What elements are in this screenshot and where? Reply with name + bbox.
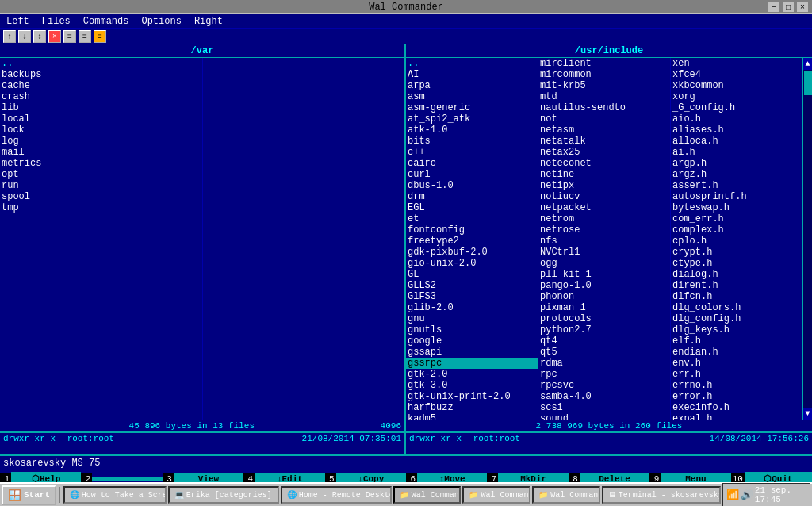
list-item[interactable]: netpacket bbox=[538, 202, 670, 213]
list-item[interactable]: xkbcommon bbox=[671, 80, 802, 91]
list-item[interactable]: sound bbox=[538, 413, 670, 420]
list-item[interactable]: argz.h bbox=[671, 169, 802, 180]
list-item[interactable]: kadm5 bbox=[406, 413, 538, 420]
list-item[interactable]: metrics bbox=[0, 158, 202, 169]
list-item[interactable]: mirclient bbox=[538, 58, 670, 69]
close-button[interactable]: × bbox=[796, 2, 809, 13]
list-item[interactable]: netax25 bbox=[538, 147, 670, 158]
list-item-selected[interactable]: gssrpc bbox=[406, 358, 538, 369]
maximize-button[interactable]: □ bbox=[782, 2, 795, 13]
list-item[interactable]: dialog.h bbox=[671, 269, 802, 280]
list-item[interactable]: et bbox=[406, 213, 538, 224]
list-item[interactable]: xorg bbox=[671, 91, 802, 102]
list-item[interactable]: GL bbox=[406, 269, 538, 280]
list-item[interactable]: glib-2.0 bbox=[406, 302, 538, 313]
list-item[interactable]: xfce4 bbox=[671, 69, 802, 80]
list-item[interactable]: gssapi bbox=[406, 347, 538, 358]
list-item[interactable]: env.h bbox=[671, 358, 802, 369]
list-item[interactable]: bits bbox=[406, 136, 538, 147]
list-item[interactable]: NVCtrl1 bbox=[538, 247, 670, 258]
list-item[interactable]: run bbox=[0, 180, 202, 191]
list-item[interactable]: ctype.h bbox=[671, 258, 802, 269]
list-item[interactable]: tmp bbox=[0, 202, 202, 213]
list-item[interactable]: lib bbox=[0, 102, 202, 113]
list-item[interactable]: fontconfig bbox=[406, 224, 538, 236]
list-item[interactable]: dbus-1.0 bbox=[406, 180, 538, 191]
list-item[interactable]: elf.h bbox=[671, 335, 802, 347]
list-item[interactable]: protocols bbox=[538, 313, 670, 324]
list-item[interactable]: err.h bbox=[671, 369, 802, 380]
menu-right[interactable]: Right bbox=[191, 15, 226, 28]
toolbar-menu1[interactable]: ≡ bbox=[63, 30, 76, 43]
list-item[interactable]: errno.h bbox=[671, 380, 802, 391]
list-item[interactable]: harfbuzz bbox=[406, 402, 538, 413]
toolbar-down[interactable]: ↓ bbox=[18, 30, 31, 43]
list-item[interactable]: nfs bbox=[538, 236, 670, 247]
taskbar-home[interactable]: 🌐 Home - Remote Desktop V... bbox=[281, 486, 392, 504]
list-item[interactable]: assert.h bbox=[671, 180, 802, 191]
list-item[interactable]: dlfcn.h bbox=[671, 291, 802, 302]
list-item[interactable]: asm-generic bbox=[406, 102, 538, 113]
taskbar-terminal[interactable]: 🖥 Terminal - skosarevsky@sk... bbox=[602, 486, 721, 504]
scroll-up-arrow[interactable]: ▲ bbox=[803, 58, 812, 70]
list-item[interactable]: complex.h bbox=[671, 224, 802, 236]
list-item[interactable]: spool bbox=[0, 191, 202, 202]
taskbar-walcmd1[interactable]: 📁 Wal Commander bbox=[393, 486, 462, 504]
menu-options[interactable]: Options bbox=[138, 15, 184, 28]
list-item[interactable]: netipx bbox=[538, 180, 670, 191]
list-item[interactable]: _G_config.h bbox=[671, 102, 802, 113]
list-item[interactable]: rpcsvc bbox=[538, 380, 670, 391]
list-item[interactable]: dlg_config.h bbox=[671, 313, 802, 324]
list-item[interactable]: gdk-pixbuf-2.0 bbox=[406, 247, 538, 258]
scroll-down-arrow[interactable]: ▼ bbox=[803, 408, 812, 420]
list-item[interactable]: curl bbox=[406, 169, 538, 180]
list-item[interactable]: rpc bbox=[538, 369, 670, 380]
list-item[interactable]: netrom bbox=[538, 213, 670, 224]
list-item[interactable]: opt bbox=[0, 169, 202, 180]
list-item[interactable]: com_err.h bbox=[671, 213, 802, 224]
list-item[interactable]: byteswap.h bbox=[671, 202, 802, 213]
menu-commands[interactable]: Commands bbox=[80, 15, 132, 28]
toolbar-up[interactable]: ↑ bbox=[3, 30, 16, 43]
taskbar-walcmd3[interactable]: 📁 Wal Commander bbox=[532, 486, 600, 504]
list-item[interactable]: ai.h bbox=[671, 147, 802, 158]
list-item[interactable]: at_spi2_atk bbox=[406, 113, 538, 125]
list-item[interactable]: pixman 1 bbox=[538, 302, 670, 313]
list-item[interactable]: mircommon bbox=[538, 69, 670, 80]
cmd-input[interactable] bbox=[103, 458, 809, 469]
toolbar-menu3[interactable]: ≡ bbox=[94, 30, 106, 43]
list-item[interactable]: AI bbox=[406, 69, 538, 80]
list-item[interactable]: qt5 bbox=[538, 347, 670, 358]
list-item[interactable]: arpa bbox=[406, 80, 538, 91]
list-item[interactable]: argp.h bbox=[671, 158, 802, 169]
list-item[interactable]: python2.7 bbox=[538, 324, 670, 335]
toolbar-close[interactable]: × bbox=[48, 30, 61, 43]
list-item[interactable]: crash bbox=[0, 91, 202, 102]
list-item[interactable]: netatalk bbox=[538, 136, 670, 147]
list-item[interactable]: gnu bbox=[406, 313, 538, 324]
list-item[interactable]: cplo.h bbox=[671, 236, 802, 247]
list-item[interactable]: error.h bbox=[671, 391, 802, 402]
list-item[interactable]: nautilus-sendto bbox=[538, 102, 670, 113]
list-item[interactable]: mtd bbox=[538, 91, 670, 102]
list-item[interactable]: ogg bbox=[538, 258, 670, 269]
list-item[interactable]: freetype2 bbox=[406, 236, 538, 247]
list-item[interactable]: mit-krb5 bbox=[538, 80, 670, 91]
list-item[interactable]: gtk-unix-print-2.0 bbox=[406, 391, 538, 402]
list-item[interactable]: cairo bbox=[406, 158, 538, 169]
taskbar-walcmd2[interactable]: 📁 Wal Commander bbox=[462, 486, 530, 504]
list-item[interactable]: not bbox=[538, 113, 670, 125]
list-item[interactable]: GLLS2 bbox=[406, 280, 538, 291]
taskbar-erika[interactable]: 💻 Erika [categories] - Qt Crea... bbox=[168, 486, 279, 504]
list-item[interactable]: gtk 3.0 bbox=[406, 380, 538, 391]
list-item[interactable]: gnutls bbox=[406, 324, 538, 335]
list-item[interactable]: endian.h bbox=[671, 347, 802, 358]
list-item[interactable]: dirent.h bbox=[671, 280, 802, 291]
list-item[interactable]: aliases.h bbox=[671, 125, 802, 136]
list-item[interactable]: lock bbox=[0, 125, 202, 136]
list-item[interactable]: gtk-2.0 bbox=[406, 369, 538, 380]
list-item[interactable]: netasm bbox=[538, 125, 670, 136]
list-item[interactable]: rdma bbox=[538, 358, 670, 369]
list-item[interactable]: gio-unix-2.0 bbox=[406, 258, 538, 269]
list-item[interactable]: execinfo.h bbox=[671, 402, 802, 413]
